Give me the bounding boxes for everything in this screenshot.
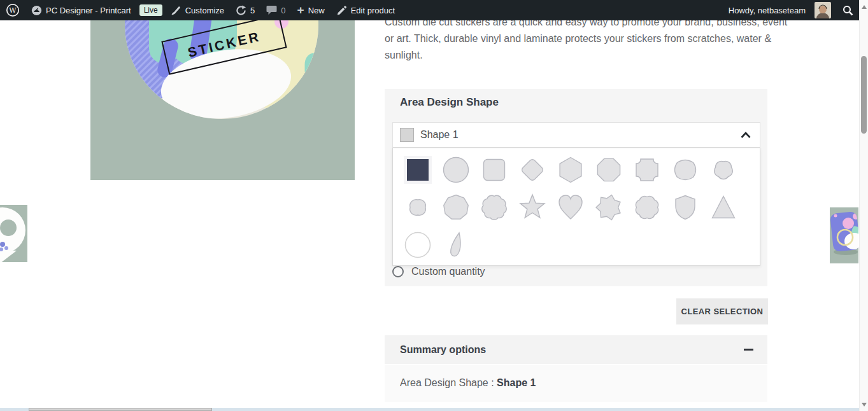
comments-icon (266, 5, 277, 15)
new-menu[interactable]: + New (292, 0, 331, 20)
search-button[interactable] (837, 0, 859, 20)
updates-menu[interactable]: 5 (230, 0, 260, 20)
shape-option-notched-square[interactable] (633, 156, 661, 184)
selected-shape-label: Shape 1 (420, 129, 459, 141)
shape-option-circle-outline[interactable] (404, 231, 432, 259)
shape-option-burst-7[interactable] (595, 193, 623, 221)
summary-item-label: Area Design Shape : (400, 377, 494, 388)
custom-quantity-option[interactable]: Custom quantity (392, 266, 485, 277)
customize-label: Customize (185, 6, 224, 15)
updates-count: 5 (250, 6, 255, 15)
gallery-thumbnail-pin[interactable] (0, 205, 27, 262)
shape-select[interactable]: Shape 1 (392, 122, 760, 148)
custom-quantity-label: Custom quantity (411, 266, 485, 277)
svg-text:W: W (9, 6, 17, 15)
summary-options-header[interactable]: Summary options (385, 335, 767, 364)
horizontal-scrollbar[interactable] (0, 408, 859, 411)
avatar (815, 2, 831, 18)
wordpress-menu[interactable]: W (0, 0, 25, 20)
summary-item-value: Shape 1 (497, 377, 536, 388)
selected-shape-swatch (400, 128, 414, 142)
shape-option-triangle[interactable] (709, 193, 737, 221)
shape-option-octagon[interactable] (595, 156, 623, 184)
description-line: sunlight. (385, 47, 767, 64)
clear-selection-button[interactable]: CLEAR SELECTION (676, 298, 768, 324)
shape-option-clover-4[interactable] (404, 193, 432, 221)
brush-icon (171, 5, 181, 16)
site-name-menu[interactable]: PC Designer - Printcart (25, 0, 137, 20)
wp-admin-bar: W PC Designer - Printcart Live Customize (0, 0, 859, 20)
custom-quantity-radio[interactable] (392, 266, 404, 277)
summary-row: Area Design Shape : Shape 1 (400, 377, 536, 389)
search-icon (843, 5, 853, 16)
shape-option-diamond[interactable] (518, 156, 546, 184)
dashboard-gauge-icon (31, 5, 42, 16)
pencil-icon (336, 5, 347, 16)
wordpress-logo-icon: W (6, 3, 20, 17)
shape-option-badge[interactable] (671, 156, 699, 184)
scroll-up-arrow-icon[interactable] (862, 5, 867, 9)
scroll-down-arrow-icon[interactable] (862, 403, 867, 407)
site-name-label: PC Designer - Printcart (46, 6, 131, 15)
new-label: New (308, 6, 325, 15)
product-gallery-image[interactable]: STICKER (90, 20, 355, 180)
horizontal-scrollbar-thumb[interactable] (29, 408, 212, 411)
howdy-label: Howdy, netbaseteam (729, 6, 806, 15)
comments-menu[interactable]: 0 (260, 0, 291, 20)
summary-content: Area Design Shape : Shape 1 (385, 365, 767, 402)
panel-title: Area Design Shape (400, 96, 499, 109)
shape-option-circle[interactable] (442, 156, 470, 184)
shape-option-nonagon[interactable] (442, 193, 470, 221)
shape-option-teardrop[interactable] (442, 231, 470, 259)
shape-option-heart[interactable] (557, 193, 585, 221)
chevron-up-icon (740, 131, 751, 139)
page: W PC Designer - Printcart Live Customize (0, 0, 868, 411)
shape-option-star-5[interactable] (518, 193, 546, 221)
comments-count: 0 (281, 6, 285, 15)
vertical-scrollbar[interactable] (859, 0, 868, 411)
shape-option-shield[interactable] (671, 193, 699, 221)
shape-option-scallop-9[interactable] (480, 193, 508, 221)
shape-option-rounded-square[interactable] (480, 156, 508, 184)
customize-menu[interactable]: Customize (165, 0, 230, 20)
gallery-thumbnail-pillow[interactable] (830, 207, 858, 263)
plus-icon: + (297, 4, 304, 16)
shape-option-hexagon[interactable] (557, 156, 585, 184)
shape-option-scallop-8[interactable] (633, 193, 661, 221)
updates-icon (236, 5, 246, 16)
shape-option-flower-5[interactable] (709, 156, 737, 184)
summary-title: Summary options (400, 344, 486, 356)
edit-product-label: Edit product (351, 6, 395, 15)
shape-option-square[interactable] (404, 156, 432, 184)
edit-product-menu[interactable]: Edit product (331, 0, 401, 20)
live-badge: Live (139, 4, 162, 16)
shape-dropdown (392, 148, 760, 266)
my-account-menu[interactable]: Howdy, netbaseteam (723, 0, 837, 20)
collapse-minus-icon[interactable] (744, 349, 753, 351)
product-description: Custom die cut stickers are a quick and … (385, 14, 767, 64)
vertical-scrollbar-thumb[interactable] (861, 56, 867, 134)
description-line: or art. Thick, durable vinyl and laminat… (385, 31, 767, 47)
